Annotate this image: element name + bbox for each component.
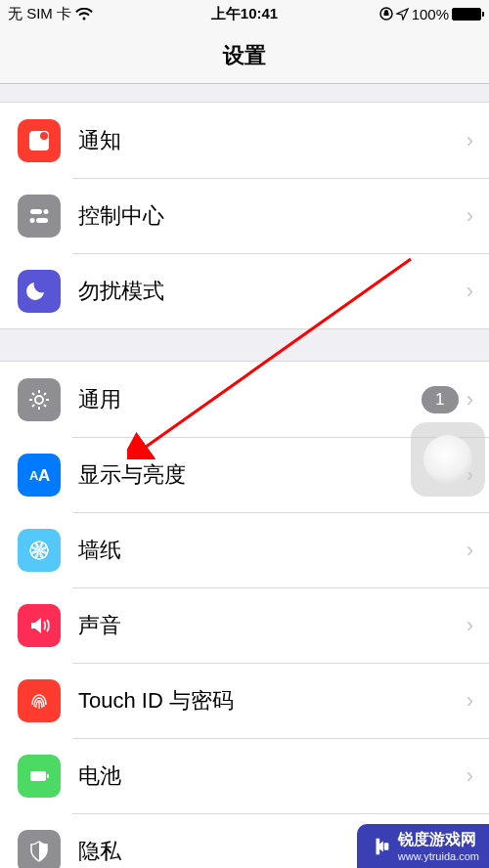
assistive-touch-button[interactable] bbox=[411, 422, 485, 497]
row-dnd[interactable]: 勿扰模式 › bbox=[0, 253, 489, 328]
row-label: Touch ID 与密码 bbox=[78, 686, 467, 716]
svg-rect-5 bbox=[36, 218, 48, 223]
row-battery[interactable]: 电池 › bbox=[0, 738, 489, 813]
status-right: 100% bbox=[278, 6, 481, 22]
svg-point-11 bbox=[37, 548, 41, 552]
general-icon bbox=[18, 378, 61, 421]
dnd-icon bbox=[18, 270, 61, 313]
location-icon bbox=[396, 8, 409, 21]
carrier-text: 无 SIM 卡 bbox=[8, 5, 71, 23]
row-label: 显示与亮度 bbox=[78, 460, 467, 490]
watermark: 锐度游戏网 www.ytruida.com bbox=[357, 824, 489, 868]
row-label: 控制中心 bbox=[78, 201, 467, 231]
svg-point-6 bbox=[30, 218, 35, 223]
wifi-icon bbox=[75, 8, 93, 21]
battery-percent: 100% bbox=[412, 6, 449, 22]
nav-bar: 设置 bbox=[0, 27, 489, 84]
privacy-icon bbox=[18, 830, 61, 869]
battery-row-icon bbox=[18, 755, 61, 798]
touchid-icon bbox=[18, 679, 61, 722]
row-label: 通知 bbox=[78, 126, 467, 155]
chevron-right-icon: › bbox=[467, 538, 473, 563]
battery-icon bbox=[452, 8, 481, 21]
chevron-right-icon: › bbox=[467, 688, 473, 714]
chevron-right-icon: › bbox=[467, 613, 473, 638]
watermark-icon bbox=[371, 836, 392, 857]
row-control-center[interactable]: 控制中心 › bbox=[0, 178, 489, 253]
assistive-touch-inner bbox=[423, 435, 472, 484]
display-icon: AA bbox=[18, 454, 61, 497]
svg-point-2 bbox=[40, 132, 48, 140]
page-title: 设置 bbox=[223, 41, 266, 70]
row-label: 声音 bbox=[78, 611, 467, 640]
wallpaper-icon bbox=[18, 529, 61, 572]
row-sounds[interactable]: 声音 › bbox=[0, 587, 489, 663]
svg-rect-21 bbox=[47, 774, 49, 778]
watermark-url: www.ytruida.com bbox=[398, 850, 479, 862]
status-time: 上午10:41 bbox=[211, 5, 278, 23]
chevron-right-icon: › bbox=[467, 203, 473, 229]
svg-rect-20 bbox=[30, 771, 46, 781]
watermark-brand: 锐度游戏网 bbox=[398, 831, 476, 847]
orientation-lock-icon bbox=[379, 7, 393, 21]
status-bar: 无 SIM 卡 上午10:41 100% bbox=[0, 0, 489, 27]
row-label: 勿扰模式 bbox=[78, 277, 467, 306]
status-left: 无 SIM 卡 bbox=[8, 5, 211, 23]
notifications-icon bbox=[18, 119, 61, 162]
chevron-right-icon: › bbox=[467, 763, 473, 789]
settings-group-1: 通知 › 控制中心 › 勿扰模式 › bbox=[0, 102, 489, 329]
row-touchid[interactable]: Touch ID 与密码 › bbox=[0, 663, 489, 738]
row-label: 墙纸 bbox=[78, 536, 467, 565]
row-wallpaper[interactable]: 墙纸 › bbox=[0, 512, 489, 587]
chevron-right-icon: › bbox=[467, 387, 473, 412]
row-label: 通用 bbox=[78, 385, 422, 414]
control-center-icon bbox=[18, 195, 61, 238]
svg-rect-23 bbox=[384, 843, 389, 849]
svg-point-7 bbox=[35, 396, 43, 404]
row-notifications[interactable]: 通知 › bbox=[0, 103, 489, 178]
chevron-right-icon: › bbox=[467, 128, 473, 153]
sounds-icon bbox=[18, 604, 61, 647]
svg-point-4 bbox=[44, 209, 49, 214]
badge: 1 bbox=[422, 386, 459, 413]
row-label: 电池 bbox=[78, 761, 467, 791]
svg-rect-3 bbox=[30, 209, 42, 214]
chevron-right-icon: › bbox=[467, 279, 473, 304]
svg-text:A: A bbox=[38, 466, 50, 485]
